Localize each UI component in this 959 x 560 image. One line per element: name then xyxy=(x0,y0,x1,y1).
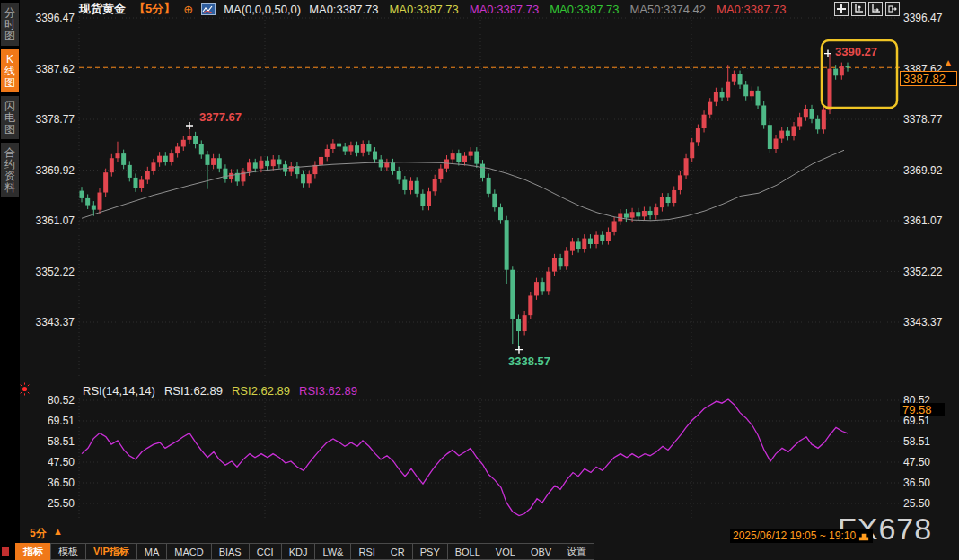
current-price-badge: 3387.82 xyxy=(900,71,957,86)
toolbar-item-vol[interactable]: VOL xyxy=(488,543,523,560)
ma-value: MA0:3387.73 xyxy=(550,3,619,16)
red-marker-icon xyxy=(2,547,9,556)
rsi-header: RSI(14,14,14) RSI1:62.89 RSI2:62.89 RSI3… xyxy=(83,384,357,398)
left-sidebar: 分时图K线图闪电图合约资料 xyxy=(0,0,20,560)
toolbar-item-cr[interactable]: CR xyxy=(383,543,413,560)
price-annotation: 3377.67 xyxy=(199,110,242,124)
pane-exit-right-icon[interactable] xyxy=(885,2,900,16)
indicator-toolbar: 指标模板VIP指标MAMACDBIASCCIKDJLW&RSICRPSYBOLL… xyxy=(16,543,594,560)
alert-icon xyxy=(858,530,870,542)
toolbar-item-vip-indicator[interactable]: VIP指标 xyxy=(85,543,137,560)
toolbar-item-template[interactable]: 模板 xyxy=(50,543,86,560)
price-axis-label: 3352.22 xyxy=(903,266,942,278)
ma-value: MA0:3387.73 xyxy=(717,3,786,16)
rsi-line xyxy=(82,399,848,516)
sidebar-tab-time-chart[interactable]: 分时图 xyxy=(1,3,19,46)
chart-header: 现货黄金 【5分】 ⊕ MA(0,0,0,50,0) MA0:3387.73MA… xyxy=(79,2,786,16)
ma-value: MA0:3387.73 xyxy=(470,3,539,16)
rsi-axis-label: 80.52 xyxy=(28,394,75,407)
date-range[interactable]: 2025/06/12 19:05 ~ 19:10 xyxy=(730,529,873,543)
rsi-axis-label: 47.50 xyxy=(903,456,930,468)
x-axis-scale-icon[interactable] xyxy=(868,2,883,16)
price-axis-label: 3378.77 xyxy=(28,113,75,126)
symbol-name: 现货黄金 xyxy=(79,1,126,17)
live-dot-icon xyxy=(18,382,31,399)
rsi-axis-label: 36.50 xyxy=(903,477,930,489)
price-axis-label: 3387.62 xyxy=(28,63,75,75)
rsi-axis-label: 25.50 xyxy=(903,497,930,510)
toolbar-item-bias[interactable]: BIAS xyxy=(211,543,250,560)
toolbar-item-ma[interactable]: MA xyxy=(136,543,168,560)
price-annotation: 3338.57 xyxy=(508,354,550,368)
toolbar-item-settings[interactable]: 设置 xyxy=(559,543,594,560)
price-axis-label: 3369.92 xyxy=(28,164,75,177)
timeframe-tag[interactable]: 【5分】 xyxy=(134,1,175,17)
current-rsi-badge: 79.58 xyxy=(900,403,945,416)
y-axis-scale-icon[interactable] xyxy=(851,2,866,16)
rsi-settings: RSI(14,14,14) xyxy=(83,384,155,398)
sidebar-tab-flash-chart[interactable]: 闪电图 xyxy=(1,96,19,139)
price-axis-label: 3343.37 xyxy=(28,316,75,328)
ma-values: MA0:3387.73MA0:3387.73MA0:3387.73MA0:338… xyxy=(309,3,786,16)
ma-value: MA0:3387.73 xyxy=(389,3,458,16)
candles-layer xyxy=(80,54,850,350)
rsi-axis-label: 69.51 xyxy=(903,415,930,427)
rsi-axis-label: 69.51 xyxy=(28,415,75,427)
ma-value: MA0:3387.73 xyxy=(309,3,378,16)
circle-plus-icon[interactable]: ⊕ xyxy=(183,4,193,15)
price-axis-label: 3396.47 xyxy=(903,12,942,24)
toolbar-item-kdj[interactable]: KDJ xyxy=(281,543,316,560)
rsi-axis-label: 36.50 xyxy=(28,477,75,489)
toolbar-item-psy[interactable]: PSY xyxy=(412,543,448,560)
toolbar-item-obv[interactable]: OBV xyxy=(523,543,559,560)
rsi-axis-label: 58.51 xyxy=(28,435,75,448)
price-axis-label: 3378.77 xyxy=(903,113,942,126)
toolbar-item-boll[interactable]: BOLL xyxy=(447,543,488,560)
date-range-text: 2025/06/12 19:05 ~ 19:10 xyxy=(733,529,856,542)
ma-settings: MA(0,0,0,50,0) xyxy=(224,3,301,16)
move-crosshair-icon[interactable] xyxy=(834,2,849,16)
rsi2-value: RSI2:62.89 xyxy=(232,384,290,398)
price-up-arrow-icon: ▲ xyxy=(944,57,953,67)
price-axis-label: 3343.37 xyxy=(903,316,942,328)
price-axis-label: 3352.22 xyxy=(28,266,75,278)
rsi-axis-label: 25.50 xyxy=(28,497,75,510)
rsi1-value: RSI1:62.89 xyxy=(164,384,223,398)
chart-tool-icons xyxy=(834,2,900,16)
price-axis-label: 3361.07 xyxy=(903,214,942,227)
extreme-markers xyxy=(186,50,831,354)
price-axis-label: 3361.07 xyxy=(28,214,75,227)
mini-chart-icon[interactable] xyxy=(201,3,216,15)
price-axis-label: 3396.47 xyxy=(28,12,75,24)
toolbar-item-cci[interactable]: CCI xyxy=(249,543,282,560)
toolbar-item-macd[interactable]: MACD xyxy=(166,543,211,560)
toolbar-item-rsi[interactable]: RSI xyxy=(350,543,383,560)
sidebar-tab-kline-chart[interactable]: K线图 xyxy=(1,49,19,92)
timeframe-dropdown-icon[interactable]: ▲ xyxy=(53,526,63,537)
ma-value: MA50:3374.42 xyxy=(630,3,707,16)
toolbar-item-lw[interactable]: LW& xyxy=(314,543,351,560)
rsi-axis-label: 58.51 xyxy=(903,435,930,448)
rsi-axis-label: 47.50 xyxy=(28,456,75,468)
rsi3-value: RSI3:62.89 xyxy=(299,384,357,398)
timeframe-label[interactable]: 5分 xyxy=(30,526,47,541)
trading-app-window: 分时图K线图闪电图合约资料 现货黄金 【5分】 ⊕ MA(0,0,0,50,0)… xyxy=(0,0,959,560)
price-annotation: 3390.27 xyxy=(835,45,877,58)
sidebar-tab-contract-info[interactable]: 合约资料 xyxy=(1,143,19,197)
gridlines xyxy=(79,13,900,524)
price-chart-canvas[interactable] xyxy=(0,0,959,560)
toolbar-item-indicator[interactable]: 指标 xyxy=(15,543,51,560)
price-axis-label: 3369.92 xyxy=(903,164,942,177)
